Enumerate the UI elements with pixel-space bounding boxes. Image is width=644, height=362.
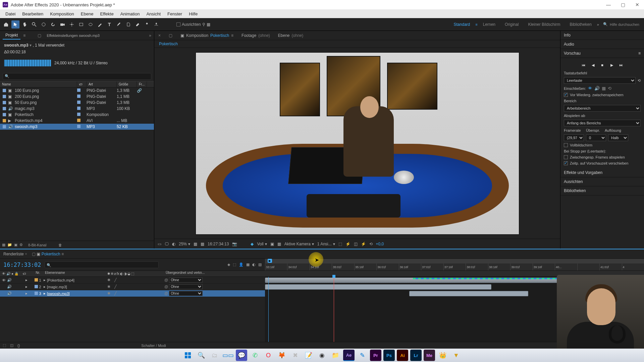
taskbar-ps-icon[interactable]: Ps	[383, 350, 395, 361]
toggle-pane-icon[interactable]: {}	[17, 344, 20, 348]
minimize-button[interactable]: —	[604, 1, 613, 8]
close-button[interactable]: ✕	[633, 1, 641, 8]
lock-col-icon[interactable]: 🔒	[14, 272, 18, 276]
current-timecode[interactable]: 16:27:33:02	[3, 261, 41, 268]
panel-menu-icon[interactable]: ≡	[638, 51, 641, 56]
first-frame-icon[interactable]: ⏮	[581, 62, 587, 68]
video-include-icon[interactable]: 👁	[588, 86, 592, 91]
project-search-input[interactable]	[3, 73, 151, 80]
project-item[interactable]: ▣100 Euro.png PNG-Datei 1,3 MB 🔗	[0, 87, 154, 94]
skip-select[interactable]: 0	[586, 134, 606, 141]
work-area-bar[interactable]	[265, 259, 644, 263]
puppet-tool-icon[interactable]	[152, 20, 160, 28]
camera-tool-icon[interactable]	[58, 20, 66, 28]
cached-frames-checkbox[interactable]	[564, 155, 568, 159]
switch-icon[interactable]: fx	[117, 272, 119, 276]
resolution-icon[interactable]: ▦	[194, 242, 197, 246]
menu-komposition[interactable]: Komposition	[47, 10, 77, 18]
menu-fenster[interactable]: Fenster	[164, 10, 185, 18]
audio-include-icon[interactable]: 🔊	[594, 86, 600, 91]
eye-col-icon[interactable]: 👁	[2, 272, 5, 276]
menu-ansicht[interactable]: Ansicht	[143, 10, 164, 18]
taskbar-me-icon[interactable]: Me	[424, 350, 435, 361]
panel-overflow-icon[interactable]: »	[149, 33, 151, 38]
taskbar-whatsapp-icon[interactable]: ✆	[249, 350, 261, 361]
switch-icon[interactable]: ◒	[127, 272, 130, 276]
last-frame-icon[interactable]: ⏭	[618, 62, 624, 68]
current-time-indicator[interactable]	[334, 277, 334, 342]
range-select[interactable]: Arbeitsbereich	[564, 105, 641, 112]
track-bar-audio-2[interactable]	[409, 291, 528, 296]
audio-col-icon[interactable]: 🔊	[6, 272, 10, 276]
ruler-tick[interactable]: 38:16f	[488, 263, 510, 270]
anchor-tool-icon[interactable]	[68, 20, 76, 28]
comp-flowchart-icon[interactable]: ◈	[227, 262, 230, 267]
resolution-dropdown[interactable]: Voll ▾	[257, 242, 267, 246]
rect-tool-icon[interactable]	[77, 20, 85, 28]
renderer-icon[interactable]: ⚡	[345, 242, 351, 246]
align-panel-header[interactable]: Ausrichten	[560, 177, 644, 186]
zoom-tool-icon[interactable]	[30, 20, 38, 28]
comp-breadcrumb[interactable]: Pokertisch	[154, 40, 560, 48]
solo-col-icon[interactable]: ●	[11, 272, 13, 276]
ruler-tick[interactable]: 39:01f	[510, 263, 532, 270]
taskbar-teams-icon[interactable]: 💬	[236, 350, 247, 361]
ruler-tick[interactable]: 37:01f	[421, 263, 443, 270]
pen-tool-icon[interactable]	[96, 20, 104, 28]
project-tab[interactable]: Projekt	[3, 32, 20, 40]
ruler-tick[interactable]: 35:16f	[354, 263, 376, 270]
new-comp-icon[interactable]: ▣	[14, 243, 17, 247]
magnification-icon[interactable]: ▭	[158, 242, 161, 246]
ruler-tick[interactable]: 40...	[555, 263, 577, 270]
mask-icon[interactable]: ◐	[172, 242, 175, 246]
taskbar-firefox-icon[interactable]: 🦊	[276, 350, 287, 361]
layer-row[interactable]: 👁🔊▸ 1 ▸ [Pokertisch.mp4] ✱ ╱ @ Ohne	[0, 277, 265, 284]
stop-icon[interactable]: ■	[599, 62, 605, 68]
camera-dropdown[interactable]: Aktive Kamera ▾	[284, 242, 314, 246]
toggle-switches-icon[interactable]: ⬚	[3, 343, 6, 348]
timeline-ruler-area[interactable]: 33:16f34:01f34:16f35:01f35:16f36:01f36:1…	[265, 259, 644, 270]
workspace-standard[interactable]: Standard	[450, 21, 474, 28]
fullscreen-checkbox[interactable]	[564, 143, 568, 147]
ruler-tick[interactable]	[577, 263, 599, 270]
playhead-indicator[interactable]: ▶	[268, 259, 272, 263]
switch-icon[interactable]: ⧄	[114, 272, 116, 276]
pixel-icon[interactable]: ◫	[354, 242, 358, 246]
views-dropdown[interactable]: 1 Ansi... ▾	[317, 242, 335, 246]
switch-icon[interactable]: ◐	[120, 272, 123, 276]
tab-menu-icon[interactable]: ≡	[231, 33, 233, 38]
draft3d-icon[interactable]: ⬚	[233, 262, 236, 267]
workspace-overflow-icon[interactable]: »	[597, 22, 599, 26]
ruler-tick[interactable]: 41:01f	[599, 263, 622, 270]
taskbar-files-icon[interactable]: 📁	[330, 350, 341, 361]
label-col-icon[interactable]: 🏷	[23, 272, 26, 276]
taskbar-app2-icon[interactable]: ✎	[357, 350, 368, 361]
timeline-search-input[interactable]	[45, 261, 159, 268]
ruler-tick[interactable]: 4	[622, 263, 644, 270]
tab-menu-icon[interactable]: ≡	[61, 252, 64, 256]
move-time-checkbox[interactable]	[564, 161, 568, 165]
ruler-tick[interactable]: 35:01f	[332, 263, 354, 270]
taskbar-app3-icon[interactable]: 👑	[437, 350, 448, 361]
libraries-panel-header[interactable]: Bibliotheken	[560, 186, 644, 195]
settings-icon[interactable]: ⚙	[19, 243, 23, 247]
project-item[interactable]: 🔊swoosh.mp3 MP3 52 KB	[0, 124, 154, 130]
comp-viewer-tab[interactable]: ▣ Komposition Pokertisch ≡	[180, 33, 233, 38]
label-column-icon[interactable]: 🏷	[77, 81, 87, 87]
menu-datei[interactable]: Datei	[2, 10, 19, 18]
framerate-select[interactable]: (29,97)	[564, 134, 584, 141]
fast-preview-icon[interactable]: ⚡	[361, 242, 366, 246]
maximize-button[interactable]: ▢	[619, 1, 627, 8]
reset-icon[interactable]: ⟲	[638, 78, 641, 83]
project-item[interactable]: ▣50 Euro.png PNG-Datei 1,3 MB	[0, 100, 154, 106]
menu-hilfe[interactable]: Hilfe	[185, 10, 201, 18]
interpret-icon[interactable]: ▦	[2, 243, 5, 247]
exposure-value[interactable]: +0,0	[376, 242, 384, 246]
taskbar-app-icon[interactable]: ✖	[289, 350, 301, 361]
menu-animation[interactable]: Animation	[117, 10, 143, 18]
ruler-tick[interactable]: 36:16f	[399, 263, 421, 270]
workspace-menu-icon[interactable]: ≡	[475, 22, 477, 26]
track-bar-audio-1[interactable]	[265, 284, 491, 290]
ellipse-tool-icon[interactable]	[87, 20, 95, 28]
parent-select[interactable]: Ohne	[169, 278, 203, 283]
